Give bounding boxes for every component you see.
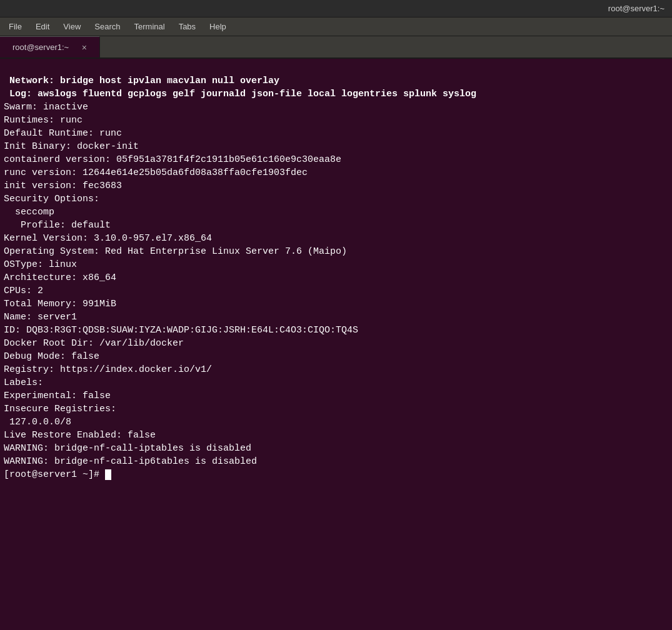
terminal-line: Init Binary: docker-init [0, 140, 672, 153]
tab-close-button[interactable]: × [82, 42, 87, 52]
terminal-line: containerd version: 05f951a3781f4f2c1911… [0, 153, 672, 166]
menu-tabs[interactable]: Tabs [173, 19, 202, 34]
terminal-tab[interactable]: root@server1:~ × [0, 36, 100, 58]
terminal-cursor [105, 469, 111, 480]
terminal-line: Architecture: x86_64 [0, 271, 672, 284]
terminal-line: Network: bridge host ipvlan macvlan null… [0, 74, 672, 88]
terminal-line: runc version: 12644e614e25b05da6fd08a38f… [0, 166, 672, 179]
terminal-line: OSType: linux [0, 258, 672, 271]
terminal-line: Live Restore Enabled: false [0, 429, 672, 442]
terminal-line: WARNING: bridge-nf-call-ip6tables is dis… [0, 455, 672, 468]
terminal-output[interactable]: Network: bridge host ipvlan macvlan null… [0, 59, 672, 630]
terminal-line: Debug Mode: false [0, 350, 672, 363]
terminal-line: Operating System: Red Hat Enterprise Lin… [0, 245, 672, 258]
terminal-line: Log: awslogs fluentd gcplogs gelf journa… [0, 88, 672, 101]
title-bar: root@server1:~ [0, 0, 672, 18]
tab-bar: root@server1:~ × [0, 36, 672, 59]
terminal-line: Profile: default [0, 219, 672, 232]
terminal-line: seccomp [0, 206, 672, 219]
menu-search[interactable]: Search [88, 19, 126, 34]
terminal-line: Labels: [0, 376, 672, 389]
terminal-line: WARNING: bridge-nf-call-iptables is disa… [0, 442, 672, 455]
terminal-line: ID: DQB3:R3GT:QDSB:SUAW:IYZA:WADP:GIJG:J… [0, 324, 672, 337]
terminal-line: Swarm: inactive [0, 101, 672, 114]
terminal-line: Total Memory: 991MiB [0, 298, 672, 311]
menu-edit[interactable]: Edit [29, 19, 56, 34]
terminal-line: Registry: https://index.docker.io/v1/ [0, 363, 672, 376]
menu-help[interactable]: Help [203, 19, 233, 34]
terminal-line: Default Runtime: runc [0, 127, 672, 140]
tab-label: root@server1:~ [13, 42, 69, 52]
terminal-line: Docker Root Dir: /var/lib/docker [0, 337, 672, 350]
title-bar-text: root@server1:~ [608, 4, 664, 13]
terminal-line: Experimental: false [0, 389, 672, 402]
terminal-line: 127.0.0.0/8 [0, 416, 672, 429]
terminal-line: CPUs: 2 [0, 284, 672, 298]
terminal-line: Name: server1 [0, 311, 672, 324]
menu-view[interactable]: View [57, 19, 87, 34]
terminal-line: init version: fec3683 [0, 179, 672, 192]
terminal-line: Kernel Version: 3.10.0-957.el7.x86_64 [0, 232, 672, 245]
menu-bar: File Edit View Search Terminal Tabs Help [0, 18, 672, 36]
menu-file[interactable]: File [3, 19, 28, 34]
menu-terminal[interactable]: Terminal [128, 19, 171, 34]
terminal-prompt: [root@server1 ~]# [0, 468, 672, 481]
terminal-line: Runtimes: runc [0, 114, 672, 127]
terminal-line: Security Options: [0, 192, 672, 206]
terminal-line: Insecure Registries: [0, 402, 672, 416]
